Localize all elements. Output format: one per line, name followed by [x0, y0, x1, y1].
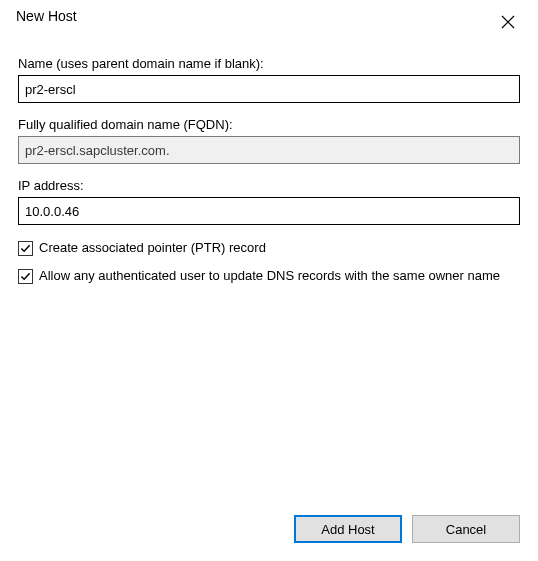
allow-update-checkbox-row: Allow any authenticated user to update D…: [18, 267, 520, 285]
ptr-checkbox[interactable]: [18, 241, 33, 256]
close-button[interactable]: [490, 8, 526, 36]
fqdn-field-group: Fully qualified domain name (FQDN):: [18, 117, 520, 164]
name-field-group: Name (uses parent domain name if blank):: [18, 56, 520, 103]
titlebar: New Host: [0, 0, 538, 40]
check-icon: [20, 243, 31, 254]
button-bar: Add Host Cancel: [294, 515, 520, 543]
name-label: Name (uses parent domain name if blank):: [18, 56, 520, 71]
ip-field-group: IP address:: [18, 178, 520, 225]
ip-input[interactable]: [18, 197, 520, 225]
dialog-title: New Host: [16, 8, 77, 24]
fqdn-label: Fully qualified domain name (FQDN):: [18, 117, 520, 132]
cancel-button[interactable]: Cancel: [412, 515, 520, 543]
fqdn-input: [18, 136, 520, 164]
allow-update-checkbox[interactable]: [18, 269, 33, 284]
ip-label: IP address:: [18, 178, 520, 193]
dialog-content: Name (uses parent domain name if blank):…: [0, 40, 538, 284]
close-icon: [501, 15, 515, 29]
ptr-checkbox-row: Create associated pointer (PTR) record: [18, 239, 520, 257]
add-host-button[interactable]: Add Host: [294, 515, 402, 543]
ptr-checkbox-label[interactable]: Create associated pointer (PTR) record: [39, 239, 266, 257]
check-icon: [20, 271, 31, 282]
allow-update-checkbox-label[interactable]: Allow any authenticated user to update D…: [39, 267, 500, 285]
name-input[interactable]: [18, 75, 520, 103]
